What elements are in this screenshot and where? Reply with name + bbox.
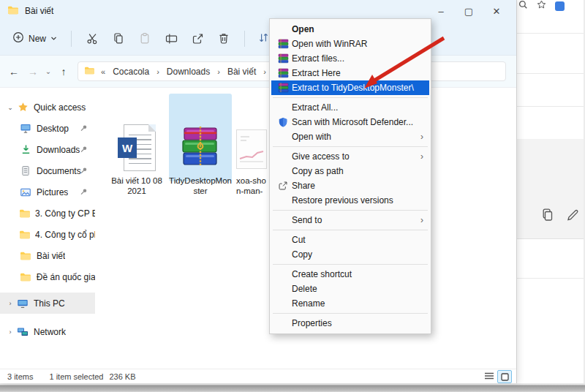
- breadcrumb-bai-viet[interactable]: Bài viết: [226, 67, 257, 77]
- file-name: Bài viết 10 08 2021: [104, 176, 170, 196]
- forward-button[interactable]: →: [23, 62, 42, 81]
- menu-item-copy[interactable]: Copy: [271, 247, 429, 262]
- sidebar-item-documents[interactable]: Documents: [0, 160, 95, 181]
- breadcrumb-overflow-icon[interactable]: «: [99, 67, 107, 76]
- navigation-pane: ⌄ Quick access Desktop Downloads Documen: [0, 88, 95, 369]
- menu-separator: [273, 146, 428, 147]
- menu-item-create-shortcut[interactable]: Create shortcut: [271, 267, 429, 282]
- details-view-icon[interactable]: [484, 372, 494, 382]
- folder-icon: [84, 66, 95, 77]
- item-count: 3 items: [7, 372, 33, 381]
- menu-item-properties[interactable]: Properties: [271, 316, 429, 331]
- chevron-right-icon[interactable]: ›: [6, 300, 15, 307]
- plus-circle-icon: [12, 31, 24, 45]
- sidebar-label: Bài viết: [37, 251, 65, 261]
- sidebar-item-folder-1[interactable]: 3. Công ty CP Bao: [0, 203, 95, 224]
- selection-size: 236 KB: [109, 372, 135, 381]
- sidebar-label: Đề án quốc gia: [37, 272, 95, 282]
- search-input[interactable]: [426, 61, 506, 81]
- share-button[interactable]: [184, 27, 211, 50]
- delete-button[interactable]: [211, 27, 237, 50]
- sidebar-label: 4. Công ty cổ phần: [35, 230, 95, 240]
- menu-item-scan-with-defender[interactable]: Scan with Microsoft Defender...: [271, 115, 429, 129]
- menu-item-delete[interactable]: Delete: [271, 282, 429, 296]
- new-button[interactable]: New: [6, 28, 64, 49]
- menu-separator: [273, 210, 428, 211]
- file-word-document[interactable]: W Bài viết 10 08 2021: [104, 95, 170, 196]
- copy-button[interactable]: [105, 27, 132, 50]
- sidebar-item-this-pc[interactable]: › This PC: [0, 293, 95, 314]
- sidebar-item-pictures[interactable]: Pictures: [0, 181, 95, 203]
- folder-icon: [19, 208, 31, 218]
- sidebar-item-folder-4[interactable]: Đề án quốc gia: [0, 266, 95, 287]
- pin-icon: [80, 124, 88, 135]
- menu-item-open-with-winrar[interactable]: Open with WinRAR: [271, 37, 429, 51]
- menu-item-rename[interactable]: Rename: [271, 296, 429, 311]
- submenu-arrow-icon: ›: [420, 215, 426, 225]
- defender-shield-icon: [274, 117, 292, 128]
- menu-item-cut[interactable]: Cut: [271, 233, 429, 247]
- winrar-icon: [274, 68, 292, 78]
- file-image-partial[interactable]: xoa-sho n-man-: [236, 95, 269, 196]
- menu-separator: [273, 97, 428, 98]
- menu-item-restore-previous-versions[interactable]: Restore previous versions: [271, 193, 429, 208]
- menu-item-extract-all[interactable]: Extract All...: [271, 100, 429, 115]
- sidebar-item-folder-3[interactable]: Bài viết: [0, 245, 95, 266]
- menu-item-share[interactable]: Share: [271, 178, 429, 193]
- menu-item-extract-files[interactable]: Extract files...: [271, 51, 429, 66]
- background-card: [517, 139, 585, 239]
- network-icon: [16, 327, 29, 337]
- chevron-right-icon[interactable]: ›: [6, 328, 15, 336]
- cut-button[interactable]: [79, 27, 105, 50]
- edit-pencil-icon[interactable]: [566, 208, 579, 225]
- chevron-down-icon: [50, 34, 57, 44]
- divider: [71, 31, 72, 47]
- menu-item-extract-here[interactable]: Extract Here: [271, 66, 429, 80]
- winrar-archive-icon: [181, 125, 220, 171]
- back-button[interactable]: ←: [4, 62, 23, 81]
- menu-item-extract-to-folder[interactable]: Extract to TidyDesktopMonster\: [271, 80, 429, 95]
- command-bar: New Sort: [0, 22, 516, 56]
- close-button[interactable]: ✕: [483, 0, 510, 22]
- chevron-down-icon[interactable]: ⌄: [6, 104, 15, 111]
- file-winrar-archive[interactable]: TidyDesktopMon ster: [167, 95, 233, 196]
- large-icons-view-button[interactable]: [497, 370, 512, 383]
- share-icon: [274, 181, 292, 191]
- sidebar-item-desktop[interactable]: Desktop: [0, 118, 95, 139]
- menu-item-copy-as-path[interactable]: Copy as path: [271, 164, 429, 178]
- folder-icon: [19, 230, 31, 239]
- copy-icon[interactable]: [541, 208, 554, 225]
- winrar-icon: [274, 53, 292, 64]
- menu-separator: [273, 313, 428, 314]
- status-bar: 3 items 1 item selected 236 KB: [0, 369, 516, 383]
- menu-item-open[interactable]: Open: [271, 22, 429, 37]
- background-app-strip: [517, 0, 585, 383]
- sidebar-item-quick-access[interactable]: ⌄ Quick access: [0, 97, 95, 118]
- bookmark-star-icon[interactable]: [537, 0, 546, 12]
- breadcrumb-downloads[interactable]: Downloads: [165, 67, 211, 77]
- sidebar-label: Quick access: [34, 102, 86, 113]
- browser-extension-icon[interactable]: [555, 1, 565, 11]
- rename-button[interactable]: [158, 27, 184, 50]
- recent-locations-icon[interactable]: ⌄: [42, 62, 54, 81]
- paste-button[interactable]: [132, 27, 158, 50]
- downloads-icon: [19, 144, 32, 155]
- pin-icon: [80, 188, 88, 198]
- folder-icon: [19, 251, 32, 260]
- breadcrumb-cocacola[interactable]: Cocacola: [111, 67, 151, 77]
- divider: [517, 106, 585, 107]
- winrar-icon: [274, 83, 292, 93]
- search-icon[interactable]: [518, 0, 528, 12]
- sidebar-item-network[interactable]: › Network: [0, 321, 95, 342]
- divider: [517, 278, 585, 279]
- submenu-arrow-icon: ›: [420, 151, 426, 162]
- menu-item-open-with[interactable]: Open with ›: [271, 129, 429, 144]
- maximize-button[interactable]: ▢: [455, 0, 483, 22]
- menu-item-send-to[interactable]: Send to ›: [271, 213, 429, 227]
- sidebar-label: Downloads: [37, 145, 80, 155]
- menu-item-give-access-to[interactable]: Give access to ›: [271, 149, 429, 164]
- sidebar-item-folder-2[interactable]: 4. Công ty cổ phần: [0, 224, 95, 245]
- winrar-icon: [274, 39, 292, 49]
- up-button[interactable]: ↑: [54, 62, 73, 81]
- sidebar-item-downloads[interactable]: Downloads: [0, 139, 95, 160]
